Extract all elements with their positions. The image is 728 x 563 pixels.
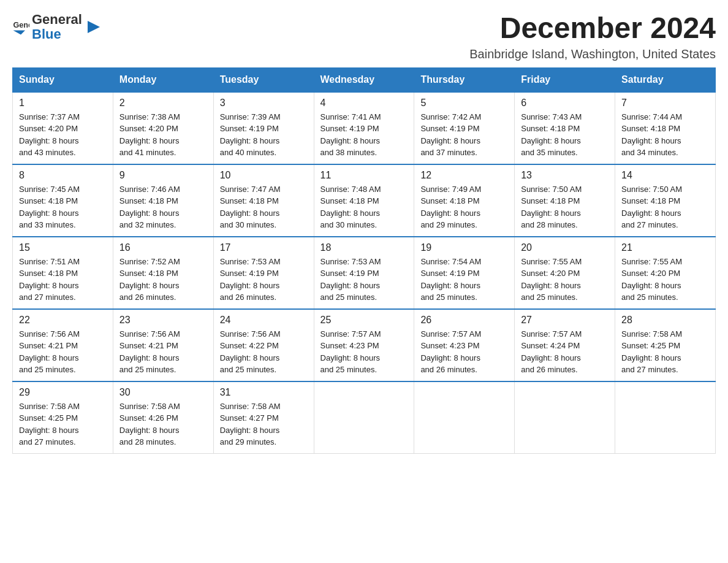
day-info: Sunrise: 7:56 AMSunset: 4:22 PMDaylight:… xyxy=(220,328,308,376)
day-number: 8 xyxy=(19,170,107,181)
location-subtitle: Bainbridge Island, Washington, United St… xyxy=(469,47,716,61)
weekday-header-saturday: Saturday xyxy=(615,67,716,92)
day-info: Sunrise: 7:49 AMSunset: 4:18 PMDaylight:… xyxy=(420,183,508,231)
day-info: Sunrise: 7:48 AMSunset: 4:18 PMDaylight:… xyxy=(320,183,408,231)
header-area: General General Blue December 2024 Bainb… xyxy=(12,12,716,61)
calendar-day-cell: 7Sunrise: 7:44 AMSunset: 4:18 PMDaylight… xyxy=(615,92,716,164)
title-area: December 2024 Bainbridge Island, Washing… xyxy=(469,12,716,61)
day-info: Sunrise: 7:37 AMSunset: 4:20 PMDaylight:… xyxy=(19,111,107,159)
calendar-day-cell: 28Sunrise: 7:58 AMSunset: 4:25 PMDayligh… xyxy=(615,309,716,381)
calendar-day-cell: 26Sunrise: 7:57 AMSunset: 4:23 PMDayligh… xyxy=(414,309,515,381)
day-info: Sunrise: 7:55 AMSunset: 4:20 PMDaylight:… xyxy=(621,256,709,304)
day-info: Sunrise: 7:57 AMSunset: 4:23 PMDaylight:… xyxy=(320,328,408,376)
day-info: Sunrise: 7:52 AMSunset: 4:18 PMDaylight:… xyxy=(119,256,207,304)
day-info: Sunrise: 7:38 AMSunset: 4:20 PMDaylight:… xyxy=(119,111,207,159)
day-info: Sunrise: 7:51 AMSunset: 4:18 PMDaylight:… xyxy=(19,256,107,304)
day-number: 19 xyxy=(420,242,508,253)
calendar-week-row: 15Sunrise: 7:51 AMSunset: 4:18 PMDayligh… xyxy=(13,237,716,309)
day-info: Sunrise: 7:57 AMSunset: 4:23 PMDaylight:… xyxy=(420,328,508,376)
calendar-day-cell: 22Sunrise: 7:56 AMSunset: 4:21 PMDayligh… xyxy=(13,309,113,381)
calendar-day-cell: 10Sunrise: 7:47 AMSunset: 4:18 PMDayligh… xyxy=(213,164,314,237)
day-info: Sunrise: 7:47 AMSunset: 4:18 PMDaylight:… xyxy=(220,183,308,231)
logo: General General Blue xyxy=(12,12,103,42)
logo-general: General xyxy=(32,12,82,27)
calendar-day-cell xyxy=(615,381,716,454)
weekday-header-friday: Friday xyxy=(515,67,615,92)
weekday-header-wednesday: Wednesday xyxy=(314,67,414,92)
calendar-day-cell: 12Sunrise: 7:49 AMSunset: 4:18 PMDayligh… xyxy=(414,164,515,237)
day-number: 13 xyxy=(521,170,609,181)
weekday-header-monday: Monday xyxy=(113,67,213,92)
weekday-header-row: SundayMondayTuesdayWednesdayThursdayFrid… xyxy=(13,67,716,92)
weekday-header-tuesday: Tuesday xyxy=(213,67,314,92)
calendar-day-cell: 18Sunrise: 7:53 AMSunset: 4:19 PMDayligh… xyxy=(314,237,414,309)
day-number: 5 xyxy=(420,98,508,109)
day-number: 17 xyxy=(220,242,308,253)
calendar-day-cell: 11Sunrise: 7:48 AMSunset: 4:18 PMDayligh… xyxy=(314,164,414,237)
day-number: 16 xyxy=(119,242,207,253)
day-number: 21 xyxy=(621,242,709,253)
day-info: Sunrise: 7:43 AMSunset: 4:18 PMDaylight:… xyxy=(521,111,609,159)
day-number: 12 xyxy=(420,170,508,181)
calendar-day-cell: 9Sunrise: 7:46 AMSunset: 4:18 PMDaylight… xyxy=(113,164,213,237)
calendar-day-cell: 30Sunrise: 7:58 AMSunset: 4:26 PMDayligh… xyxy=(113,381,213,454)
calendar-day-cell: 15Sunrise: 7:51 AMSunset: 4:18 PMDayligh… xyxy=(13,237,113,309)
day-number: 3 xyxy=(220,98,308,109)
day-info: Sunrise: 7:56 AMSunset: 4:21 PMDaylight:… xyxy=(19,328,107,376)
calendar-day-cell: 20Sunrise: 7:55 AMSunset: 4:20 PMDayligh… xyxy=(515,237,615,309)
calendar-day-cell: 2Sunrise: 7:38 AMSunset: 4:20 PMDaylight… xyxy=(113,92,213,164)
logo-arrow-icon xyxy=(85,18,103,36)
calendar-day-cell: 1Sunrise: 7:37 AMSunset: 4:20 PMDaylight… xyxy=(13,92,113,164)
weekday-header-thursday: Thursday xyxy=(414,67,515,92)
day-number: 20 xyxy=(521,242,609,253)
day-info: Sunrise: 7:44 AMSunset: 4:18 PMDaylight:… xyxy=(621,111,709,159)
day-info: Sunrise: 7:54 AMSunset: 4:19 PMDaylight:… xyxy=(420,256,508,304)
logo-blue: Blue xyxy=(32,27,82,42)
calendar-week-row: 29Sunrise: 7:58 AMSunset: 4:25 PMDayligh… xyxy=(13,381,716,454)
day-info: Sunrise: 7:45 AMSunset: 4:18 PMDaylight:… xyxy=(19,183,107,231)
day-info: Sunrise: 7:50 AMSunset: 4:18 PMDaylight:… xyxy=(521,183,609,231)
day-number: 7 xyxy=(621,98,709,109)
day-number: 10 xyxy=(220,170,308,181)
day-info: Sunrise: 7:53 AMSunset: 4:19 PMDaylight:… xyxy=(320,256,408,304)
weekday-header-sunday: Sunday xyxy=(13,67,113,92)
day-number: 14 xyxy=(621,170,709,181)
calendar-day-cell: 31Sunrise: 7:58 AMSunset: 4:27 PMDayligh… xyxy=(213,381,314,454)
day-info: Sunrise: 7:50 AMSunset: 4:18 PMDaylight:… xyxy=(621,183,709,231)
day-number: 27 xyxy=(521,315,609,326)
calendar-day-cell: 27Sunrise: 7:57 AMSunset: 4:24 PMDayligh… xyxy=(515,309,615,381)
calendar-day-cell xyxy=(414,381,515,454)
day-number: 18 xyxy=(320,242,408,253)
day-number: 9 xyxy=(119,170,207,181)
calendar-day-cell: 6Sunrise: 7:43 AMSunset: 4:18 PMDaylight… xyxy=(515,92,615,164)
day-info: Sunrise: 7:58 AMSunset: 4:25 PMDaylight:… xyxy=(19,400,107,448)
calendar-day-cell: 25Sunrise: 7:57 AMSunset: 4:23 PMDayligh… xyxy=(314,309,414,381)
svg-marker-2 xyxy=(88,21,100,33)
day-number: 25 xyxy=(320,315,408,326)
day-info: Sunrise: 7:46 AMSunset: 4:18 PMDaylight:… xyxy=(119,183,207,231)
day-number: 6 xyxy=(521,98,609,109)
day-number: 1 xyxy=(19,98,107,109)
calendar-day-cell: 14Sunrise: 7:50 AMSunset: 4:18 PMDayligh… xyxy=(615,164,716,237)
day-info: Sunrise: 7:58 AMSunset: 4:25 PMDaylight:… xyxy=(621,328,709,376)
calendar-day-cell: 21Sunrise: 7:55 AMSunset: 4:20 PMDayligh… xyxy=(615,237,716,309)
logo-icon: General xyxy=(12,18,29,36)
calendar-day-cell xyxy=(314,381,414,454)
calendar-table: SundayMondayTuesdayWednesdayThursdayFrid… xyxy=(12,67,716,454)
calendar-day-cell: 8Sunrise: 7:45 AMSunset: 4:18 PMDaylight… xyxy=(13,164,113,237)
day-number: 30 xyxy=(119,387,207,398)
calendar-day-cell xyxy=(515,381,615,454)
calendar-day-cell: 4Sunrise: 7:41 AMSunset: 4:19 PMDaylight… xyxy=(314,92,414,164)
day-number: 26 xyxy=(420,315,508,326)
calendar-day-cell: 23Sunrise: 7:56 AMSunset: 4:21 PMDayligh… xyxy=(113,309,213,381)
day-info: Sunrise: 7:58 AMSunset: 4:27 PMDaylight:… xyxy=(220,400,308,448)
calendar-day-cell: 5Sunrise: 7:42 AMSunset: 4:19 PMDaylight… xyxy=(414,92,515,164)
day-info: Sunrise: 7:56 AMSunset: 4:21 PMDaylight:… xyxy=(119,328,207,376)
day-number: 22 xyxy=(19,315,107,326)
day-number: 31 xyxy=(220,387,308,398)
calendar-week-row: 1Sunrise: 7:37 AMSunset: 4:20 PMDaylight… xyxy=(13,92,716,164)
day-number: 15 xyxy=(19,242,107,253)
calendar-week-row: 8Sunrise: 7:45 AMSunset: 4:18 PMDaylight… xyxy=(13,164,716,237)
day-number: 11 xyxy=(320,170,408,181)
calendar-day-cell: 13Sunrise: 7:50 AMSunset: 4:18 PMDayligh… xyxy=(515,164,615,237)
